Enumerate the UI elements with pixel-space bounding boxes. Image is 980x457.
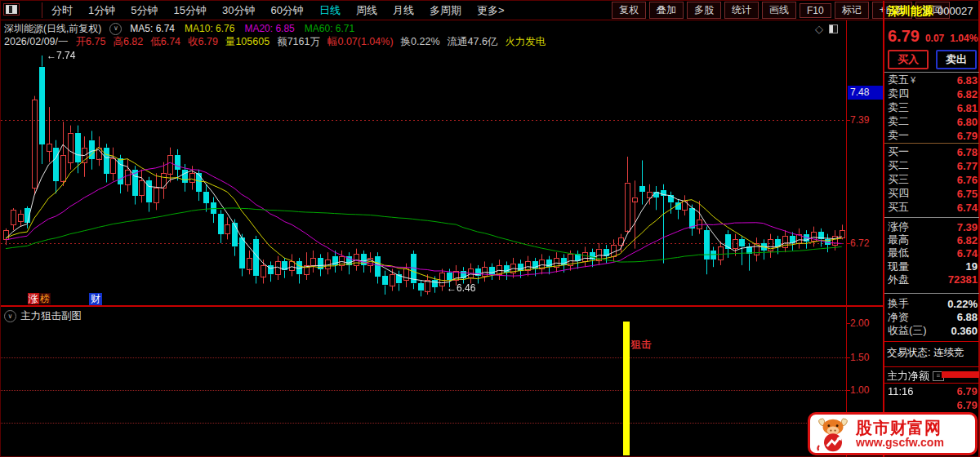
subchart-gridline bbox=[1, 390, 846, 391]
ask-price: 6.82 bbox=[957, 88, 978, 100]
period-日线[interactable]: 日线 bbox=[319, 3, 341, 18]
last-price: 6.79 bbox=[888, 27, 920, 46]
main-net-row[interactable]: 主力净额 ≡ bbox=[887, 369, 944, 384]
toolbar-button-标记[interactable]: 标记 bbox=[835, 2, 869, 19]
ask-row-卖三[interactable]: 卖三6.81 bbox=[888, 101, 978, 114]
tick-price: 6.79 bbox=[957, 385, 978, 398]
bid-label: 买二 bbox=[888, 158, 909, 173]
ask-price: 6.81 bbox=[957, 102, 978, 114]
toolbar-separator bbox=[42, 2, 42, 18]
stat-row-现量: 现量19 bbox=[888, 260, 978, 273]
trade-status: 交易状态: 连续竞 bbox=[887, 346, 979, 360]
price-row: 6.79 0.07 1.04% bbox=[888, 27, 978, 46]
candlestick-chart[interactable] bbox=[1, 20, 846, 306]
tab-zhangbang[interactable]: 涨榜 bbox=[28, 293, 51, 305]
period-5分钟[interactable]: 5分钟 bbox=[131, 3, 158, 18]
ask-label: 卖三 bbox=[888, 100, 909, 115]
sub-axis-label-1.50: 1.50 bbox=[850, 352, 880, 363]
signal-bar[interactable] bbox=[623, 322, 630, 455]
ask-row-卖一[interactable]: 卖一6.79 bbox=[888, 129, 978, 142]
sell-button[interactable]: 卖出 bbox=[936, 50, 977, 69]
stock-code: 000027 bbox=[938, 5, 973, 17]
ask-price: 6.79 bbox=[957, 130, 978, 142]
toolbar-button-统计[interactable]: 统计 bbox=[724, 2, 759, 19]
period-menu: 分时1分钟5分钟15分钟30分钟60分钟日线周线月线多周期更多> bbox=[51, 1, 504, 20]
axis-label-6.72: 6.72 bbox=[850, 237, 869, 249]
stat-row-最高: 最高6.82 bbox=[888, 233, 978, 246]
stat-label: 净资 bbox=[888, 310, 909, 325]
subchart-gridline bbox=[1, 357, 846, 358]
bull-logo-icon bbox=[815, 415, 851, 453]
axis-label-7.39: 7.39 bbox=[850, 114, 869, 126]
ask-row-卖二[interactable]: 卖二6.80 bbox=[888, 115, 978, 128]
toolbar-button-叠加[interactable]: 叠加 bbox=[649, 2, 684, 19]
collapse-chevron-icon[interactable]: ∨ bbox=[4, 310, 16, 322]
price-axis-line bbox=[846, 20, 847, 457]
tab-zhangbang-b: 榜 bbox=[39, 293, 51, 304]
price-change: 0.07 bbox=[925, 33, 944, 44]
sub-axis-label-1.00: 1.00 bbox=[850, 384, 880, 396]
stock-name-row[interactable]: 深圳能源000027 bbox=[888, 3, 973, 19]
separator-red bbox=[884, 366, 979, 367]
stat-value: 0.22% bbox=[947, 298, 978, 310]
ask-price: 6.80 bbox=[957, 116, 978, 128]
bid-row-买四[interactable]: 买四6.75 bbox=[888, 187, 978, 200]
separator bbox=[884, 217, 979, 218]
stat-row-涨停: 涨停7.39 bbox=[888, 220, 978, 233]
buy-button[interactable]: 买入 bbox=[888, 50, 929, 69]
subchart-divider bbox=[1, 305, 883, 307]
subchart-title-row: ∨ 主力狙击副图 bbox=[4, 309, 82, 323]
watermark-text: 股市财富网 www.gscfw.com bbox=[856, 419, 944, 449]
ask-label: 卖二 bbox=[888, 114, 909, 129]
period-周线[interactable]: 周线 bbox=[356, 3, 377, 18]
bid-price: 6.77 bbox=[957, 160, 978, 172]
stat-row-外盘: 外盘72381 bbox=[888, 273, 978, 286]
toolbar-button-复权[interactable]: 复权 bbox=[612, 2, 646, 19]
toolbar-button-多股[interactable]: 多股 bbox=[687, 2, 721, 19]
signal-label: 狙击 bbox=[631, 338, 651, 352]
period-15分钟[interactable]: 15分钟 bbox=[173, 3, 206, 18]
pane-glyph bbox=[6, 5, 17, 14]
stat-value: 7.39 bbox=[957, 221, 978, 233]
bid-row-买一[interactable]: 买一6.78 bbox=[888, 145, 978, 158]
tick-price: 6.79 bbox=[957, 399, 978, 412]
main-net-label: 主力净额 bbox=[887, 369, 929, 384]
price-change-pct: 1.04% bbox=[950, 33, 978, 44]
period-分时[interactable]: 分时 bbox=[51, 3, 73, 18]
top-toolbar: 分时1分钟5分钟15分钟30分钟60分钟日线周线月线多周期更多> 复权叠加多股统… bbox=[1, 1, 980, 20]
toolbar-button-画线[interactable]: 画线 bbox=[762, 2, 796, 19]
trade-buttons: 买入 卖出 bbox=[888, 50, 977, 69]
tick-row: 6.79 bbox=[888, 399, 978, 412]
stat-value: 6.82 bbox=[957, 234, 978, 246]
stat-label: 外盘 bbox=[888, 273, 909, 287]
period-60分钟[interactable]: 60分钟 bbox=[270, 3, 303, 18]
separator bbox=[884, 293, 979, 294]
tab-zhangbang-a: 涨 bbox=[28, 293, 39, 304]
ask-label: 卖一 bbox=[888, 128, 909, 143]
tick-time: 11:16 bbox=[888, 385, 914, 398]
period-月线[interactable]: 月线 bbox=[393, 3, 414, 18]
high-annotation: ←7.74 bbox=[47, 50, 75, 61]
separator bbox=[884, 143, 979, 144]
stat-row-收益(三): 收益(三)0.360 bbox=[888, 324, 978, 337]
ask-row-卖五[interactable]: 卖五¥6.83 bbox=[888, 73, 978, 87]
separator-red bbox=[884, 383, 979, 384]
bid-price: 6.78 bbox=[957, 146, 978, 158]
tab-cai[interactable]: 财 bbox=[89, 293, 102, 305]
bid-row-买五[interactable]: 买五6.74 bbox=[888, 201, 978, 214]
layout-toggle-icon[interactable] bbox=[3, 3, 20, 16]
period-30分钟[interactable]: 30分钟 bbox=[222, 3, 255, 18]
toolbar-button-F10[interactable]: F10 bbox=[800, 3, 831, 18]
period-更多>[interactable]: 更多> bbox=[477, 3, 505, 18]
stat-value: 0.360 bbox=[951, 325, 978, 337]
bid-price: 6.75 bbox=[957, 188, 978, 200]
sub-axis-label-2.00: 2.00 bbox=[850, 317, 880, 329]
subchart-gridline bbox=[1, 423, 846, 424]
stat-value: 19 bbox=[966, 260, 978, 273]
tick-row: 11:166.79 bbox=[888, 385, 978, 398]
bid-row-买三[interactable]: 买三6.76 bbox=[888, 173, 978, 186]
period-1分钟[interactable]: 1分钟 bbox=[88, 3, 115, 18]
period-多周期[interactable]: 多周期 bbox=[430, 3, 461, 18]
bid-row-买二[interactable]: 买二6.77 bbox=[888, 159, 978, 172]
ask-row-卖四[interactable]: 卖四6.82 bbox=[888, 87, 978, 100]
